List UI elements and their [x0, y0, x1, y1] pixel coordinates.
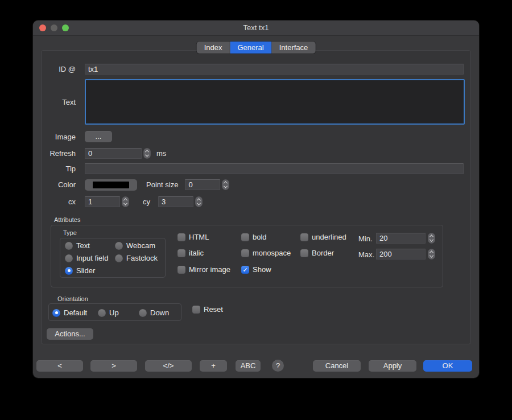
orientation-groupbox: Default Up Down	[48, 303, 181, 321]
apply-button[interactable]: Apply	[369, 360, 416, 372]
radio-icon[interactable]	[65, 254, 73, 262]
color-picker-button[interactable]	[85, 179, 137, 191]
tab-index[interactable]: Index	[197, 42, 230, 53]
code-button[interactable]: </>	[145, 360, 192, 372]
tip-input[interactable]	[85, 163, 464, 174]
max-input[interactable]	[376, 249, 426, 260]
color-label: Color	[42, 180, 76, 189]
spin-down-icon[interactable]	[224, 184, 228, 188]
help-button[interactable]: ?	[272, 360, 284, 372]
radio-orientation-up[interactable]: Up	[98, 308, 119, 317]
checkbox-label: Show	[253, 265, 271, 274]
checkbox-italic[interactable]: italic	[177, 249, 204, 257]
refresh-stepper[interactable]	[143, 148, 151, 159]
zoom-button[interactable]	[62, 24, 69, 31]
image-browse-button[interactable]: ...	[85, 131, 112, 142]
radio-label: Up	[109, 308, 119, 317]
color-row: Color Point size	[42, 179, 470, 191]
cx-cy-row: cx cy	[42, 196, 470, 207]
checkbox-icon[interactable]	[300, 233, 308, 241]
type-groupbox: Text Webcam Input field Fastclock Slider	[60, 238, 166, 278]
spin-down-icon[interactable]	[123, 201, 127, 205]
attributes-groupbox: Type Text Webcam Input field Fastclock	[51, 225, 443, 287]
refresh-input[interactable]	[85, 148, 142, 159]
radio-icon[interactable]	[139, 309, 147, 317]
checkbox-label: Reset	[204, 305, 223, 314]
add-button[interactable]: +	[200, 360, 227, 372]
id-input[interactable]	[85, 64, 464, 75]
cx-stepper[interactable]	[122, 196, 129, 207]
checkbox-icon[interactable]	[241, 266, 249, 274]
max-stepper[interactable]	[428, 249, 435, 260]
point-size-stepper[interactable]	[222, 179, 229, 190]
radio-type-text[interactable]: Text	[65, 241, 90, 250]
radio-orientation-down[interactable]: Down	[139, 308, 169, 317]
checkbox-icon[interactable]	[177, 249, 185, 257]
radio-icon[interactable]	[115, 254, 123, 262]
cancel-button[interactable]: Cancel	[313, 360, 361, 372]
title-bar[interactable]: Text tx1	[33, 20, 479, 36]
checkbox-monospace[interactable]: monospace	[241, 249, 291, 257]
checkbox-label: HTML	[189, 233, 209, 241]
spin-down-icon[interactable]	[197, 201, 201, 205]
point-size-input[interactable]	[185, 179, 220, 190]
checkbox-icon[interactable]	[241, 233, 249, 241]
cx-label: cx	[42, 197, 76, 206]
checkbox-border[interactable]: Border	[300, 249, 334, 257]
radio-orientation-default[interactable]: Default	[52, 308, 87, 317]
radio-type-slider[interactable]: Slider	[65, 266, 95, 275]
spin-down-icon[interactable]	[430, 254, 433, 258]
prev-button[interactable]: <	[36, 360, 83, 372]
spin-down-icon[interactable]	[430, 238, 433, 242]
tab-interface[interactable]: Interface	[272, 42, 316, 53]
ok-button[interactable]: OK	[423, 360, 472, 372]
next-button[interactable]: >	[90, 360, 137, 372]
checkbox-icon[interactable]	[177, 233, 185, 241]
spin-down-icon[interactable]	[145, 153, 149, 157]
traffic-lights	[39, 24, 69, 31]
checkbox-icon[interactable]	[241, 249, 249, 257]
radio-icon[interactable]	[65, 267, 73, 275]
tip-row: Tip	[42, 163, 470, 174]
radio-label: Input field	[76, 254, 108, 262]
id-row: ID @	[42, 63, 470, 75]
refresh-unit-label: ms	[156, 149, 166, 158]
checkbox-html[interactable]: HTML	[177, 233, 209, 241]
checkbox-show[interactable]: Show	[241, 265, 271, 274]
window-title: Text tx1	[33, 20, 479, 35]
checkbox-bold[interactable]: bold	[241, 233, 267, 241]
cy-input[interactable]	[158, 196, 193, 207]
radio-label: Text	[76, 241, 90, 250]
tab-general[interactable]: General	[230, 42, 271, 53]
min-label: Min.	[358, 234, 373, 243]
radio-type-webcam[interactable]: Webcam	[115, 241, 155, 250]
checkbox-underlined[interactable]: underlined	[300, 233, 346, 241]
minimize-button[interactable]	[51, 24, 57, 31]
checkbox-mirror-image[interactable]: Mirror image	[177, 265, 230, 274]
checkbox-reset[interactable]: Reset	[192, 305, 223, 314]
radio-icon[interactable]	[65, 242, 73, 250]
checkbox-icon[interactable]	[177, 266, 185, 274]
checkbox-icon[interactable]	[300, 249, 308, 257]
min-input[interactable]	[376, 233, 426, 244]
checkbox-label: bold	[253, 233, 267, 241]
radio-icon[interactable]	[98, 309, 106, 317]
checkbox-label: Border	[312, 249, 334, 257]
min-stepper[interactable]	[428, 233, 435, 244]
text-label: Text	[42, 98, 76, 106]
radio-type-input-field[interactable]: Input field	[65, 254, 108, 262]
abc-button[interactable]: ABC	[236, 360, 261, 372]
radio-type-fastclock[interactable]: Fastclock	[115, 254, 158, 262]
radio-icon[interactable]	[115, 242, 123, 250]
text-input[interactable]	[85, 79, 465, 125]
actions-button[interactable]: Actions...	[47, 328, 93, 340]
checkbox-icon[interactable]	[192, 306, 200, 314]
cx-input[interactable]	[85, 196, 120, 207]
cy-stepper[interactable]	[195, 196, 203, 207]
point-size-label: Point size	[146, 180, 178, 189]
max-label: Max.	[358, 250, 374, 259]
radio-icon[interactable]	[52, 309, 60, 317]
close-button[interactable]	[39, 24, 46, 31]
checkbox-label: monospace	[253, 249, 291, 257]
tab-bar: Index General Interface	[197, 42, 316, 53]
